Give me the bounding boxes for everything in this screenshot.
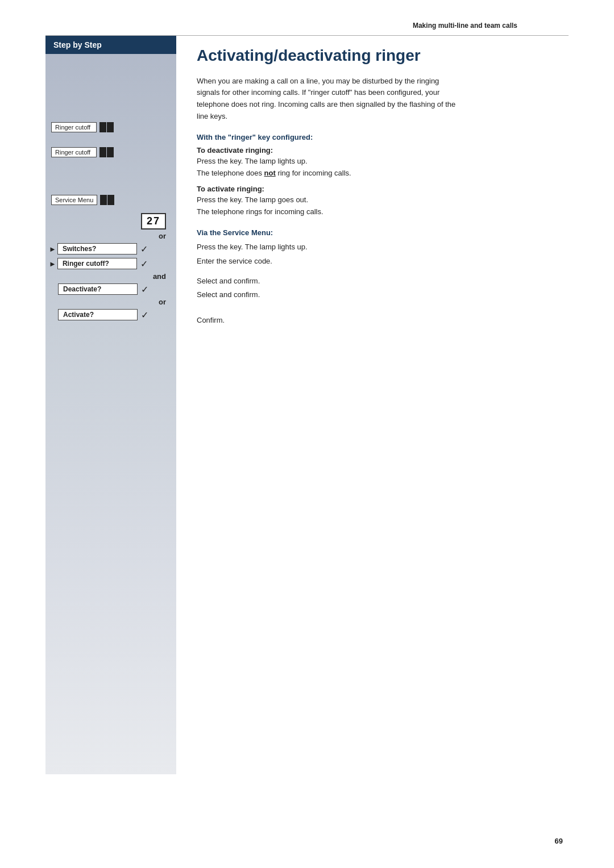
page-title: Activating/deactivating ringer [197, 46, 569, 65]
ringer-cutoff-key-1: Ringer cutoff [51, 122, 97, 132]
or-row-1: or [45, 232, 176, 240]
ringer-cutoff-key-2: Ringer cutoff [51, 147, 97, 157]
check-4: ✓ [141, 310, 148, 320]
via-text-3: Select and confirm. [197, 277, 260, 285]
not-bold-1: not [264, 169, 276, 177]
code-block: 27 [45, 213, 176, 229]
page-layout: Step by Step Ringer cutoff Ringer cutoff [45, 36, 569, 774]
via-block-1: Press the key. The lamp lights up. [197, 241, 569, 253]
deactivate-text-2: The telephone does not ring for incoming… [197, 168, 447, 180]
via-block-4: Select and confirm. [197, 289, 569, 301]
key-indicator-2 [99, 147, 114, 157]
or-row-2: or [45, 298, 176, 306]
activate-row: Activate? ✓ [45, 309, 176, 320]
black-square-3 [99, 147, 106, 157]
ringer-cutoff-menu-row: ► Ringer cutoff? ✓ [45, 258, 176, 269]
activate-block: To activate ringing: Press the key. The … [197, 185, 569, 218]
confirm-row: Confirm. [197, 315, 569, 327]
check-3: ✓ [141, 284, 148, 295]
main-content: Activating/deactivating ringer When you … [176, 36, 569, 774]
activate-text-2: The telephone rings for incoming calls. [197, 206, 447, 218]
ringer-cutoff-row-1: Ringer cutoff [45, 122, 176, 132]
black-square-5 [100, 195, 107, 205]
key-indicator-1 [99, 122, 114, 132]
and-row: and [45, 272, 176, 281]
deactivate-block: To deactivate ringing: Press the key. Th… [197, 146, 569, 180]
black-square-4 [107, 147, 114, 157]
black-square-6 [107, 195, 114, 205]
ringer-cutoff-item: Ringer cutoff? [57, 258, 137, 269]
via-block-3: Select and confirm. [197, 276, 569, 287]
black-square-1 [99, 122, 106, 132]
deactivate-title: To deactivate ringing: [197, 146, 569, 155]
activate-text-1: Press the key. The lamp goes out. [197, 194, 447, 206]
via-text-5: Confirm. [197, 315, 225, 327]
activate-title: To activate ringing: [197, 185, 569, 193]
with-ringer-heading: With the "ringer" key configured: [197, 133, 569, 141]
via-text-1: Press the key. The lamp lights up. [197, 243, 308, 251]
arrow-icon-1: ► [49, 245, 56, 253]
step-by-step-header: Step by Step [45, 36, 176, 54]
header-title: Making multi-line and team calls [413, 22, 517, 30]
service-code: 27 [141, 213, 166, 229]
activate-item: Activate? [58, 309, 138, 320]
black-square-2 [107, 122, 114, 132]
via-service-heading: Via the Service Menu: [197, 228, 569, 237]
sidebar: Step by Step Ringer cutoff Ringer cutoff [45, 36, 176, 774]
ringer-cutoff-row-2: Ringer cutoff [45, 147, 176, 157]
sidebar-content: Ringer cutoff Ringer cutoff Se [45, 54, 176, 333]
key-indicator-3 [99, 195, 114, 205]
check-1: ✓ [140, 244, 148, 254]
deactivate-item: Deactivate? [58, 283, 138, 295]
check-2: ✓ [140, 258, 148, 269]
page-number: 69 [555, 837, 563, 845]
deactivate-text-1: Press the key. The lamp lights up. [197, 156, 447, 168]
via-text-4: Select and confirm. [197, 290, 260, 299]
service-menu-key: Service Menu [51, 195, 97, 205]
via-block-2: Enter the service code. [197, 256, 569, 268]
switches-item: Switches? [57, 243, 137, 254]
step-label: Step by Step [53, 40, 102, 49]
switches-row: ► Switches? ✓ [45, 243, 176, 254]
via-text-2: Enter the service code. [197, 257, 272, 265]
deactivate-row: Deactivate? ✓ [45, 283, 176, 295]
page-header: Making multi-line and team calls [45, 0, 569, 36]
arrow-icon-2: ► [49, 260, 56, 268]
service-menu-row: Service Menu [45, 195, 176, 205]
intro-text: When you are making a call on a line, yo… [197, 76, 458, 123]
